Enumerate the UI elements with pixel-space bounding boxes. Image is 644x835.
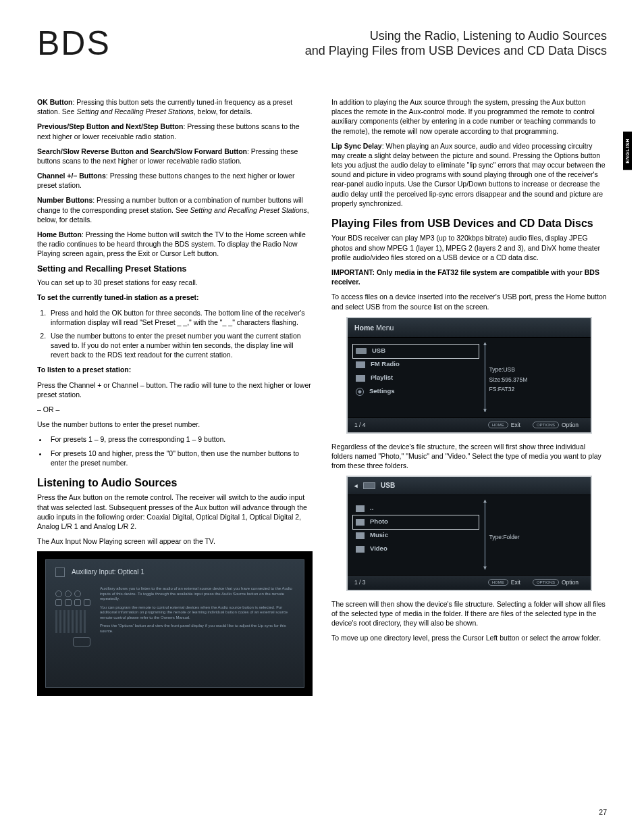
preset-steps: Press and hold the OK button for three s… xyxy=(48,308,313,360)
back-icon: ◂ xyxy=(354,482,358,490)
playlist-icon xyxy=(356,375,365,382)
menu-item-video[interactable]: Video xyxy=(353,542,479,556)
left-column: OK Button: Pressing this button sets the… xyxy=(37,97,313,703)
aux-input-screenshot: Auxiliary Input: Optical 1 Auxiliary all… xyxy=(37,551,313,696)
heading-usb-cd: Playing Files from USB Devices and CD Da… xyxy=(331,216,607,231)
menu-info-panel: Type:USB Size:595.375M FS:FAT32 xyxy=(484,338,591,418)
menu-item-playlist[interactable]: Playlist xyxy=(353,372,479,385)
page-header: BDS Using the Radio, Listening to Audio … xyxy=(37,24,607,67)
home-exit-button[interactable]: HOMEExit xyxy=(488,579,520,586)
menu-title: Home Menu xyxy=(348,318,591,338)
equalizer-icon xyxy=(55,586,90,647)
usb-icon xyxy=(356,348,367,354)
menu-item-settings[interactable]: Settings xyxy=(353,385,479,399)
folder-icon xyxy=(356,532,365,539)
home-menu-screenshot: Home Menu USB FM Radio Playlist Settings… xyxy=(346,317,592,434)
folder-icon xyxy=(356,546,365,553)
folder-icon xyxy=(356,519,365,526)
page-number: 27 xyxy=(599,808,607,816)
gear-icon xyxy=(356,388,364,396)
heading-preset: Setting and Recalling Preset Stations xyxy=(37,263,313,275)
right-column: In addition to playing the Aux source th… xyxy=(331,97,607,703)
menu-info-panel: Type:Folder xyxy=(484,495,591,575)
brand-title: BDS xyxy=(37,24,111,63)
menu-item-music[interactable]: Music xyxy=(353,529,479,542)
menu-item-usb[interactable]: USB xyxy=(353,345,479,358)
menu-item-up[interactable]: .. xyxy=(353,502,479,515)
menu-item-photo[interactable]: Photo xyxy=(353,515,479,529)
options-button[interactable]: OPTIONSOption xyxy=(533,579,579,586)
usb-icon xyxy=(363,482,375,489)
screen-icon xyxy=(55,567,65,577)
folder-up-icon xyxy=(356,505,365,512)
usb-menu-screenshot: ◂ USB .. Photo Music Video ▲ ▼ Type:F xyxy=(346,476,592,591)
options-button[interactable]: OPTIONSOption xyxy=(533,422,579,429)
radio-icon xyxy=(356,361,365,368)
home-exit-button[interactable]: HOMEExit xyxy=(488,422,520,429)
section-title: Using the Radio, Listening to Audio Sour… xyxy=(305,28,607,59)
breadcrumb: ◂ USB xyxy=(348,477,591,495)
item-count: 1 / 3 xyxy=(348,579,385,586)
heading-audio-sources: Listening to Audio Sources xyxy=(37,476,313,490)
language-tab: ENGLISH xyxy=(623,132,632,170)
item-count: 1 / 4 xyxy=(348,422,385,429)
menu-item-fm[interactable]: FM Radio xyxy=(353,358,479,372)
